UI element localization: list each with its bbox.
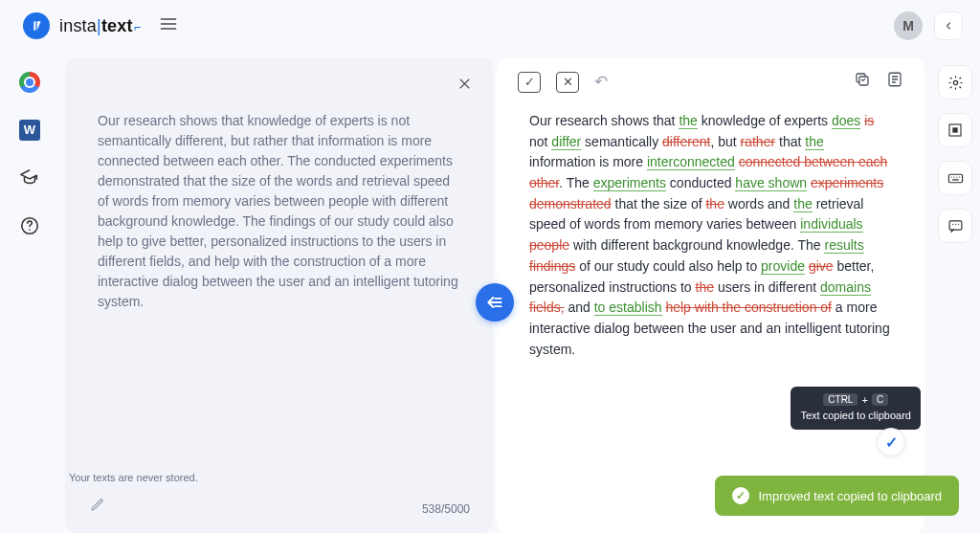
graduation-icon[interactable] — [16, 165, 43, 191]
inserted-text[interactable]: the — [679, 113, 697, 129]
svg-rect-4 — [948, 174, 962, 183]
inserted-text[interactable]: the — [805, 134, 823, 150]
copy-confirm-button[interactable]: ✓ — [877, 428, 905, 456]
inserted-text[interactable]: interconnected — [647, 154, 735, 170]
reject-all-button[interactable]: ✕ — [556, 72, 579, 93]
deleted-text[interactable]: fields, — [529, 300, 565, 315]
char-count: 538/5000 — [422, 502, 470, 516]
copy-button[interactable] — [854, 71, 871, 93]
deleted-text[interactable]: rather — [741, 134, 776, 149]
inserted-text[interactable]: results — [824, 237, 863, 254]
toast: ✓ Improved text copied to clipboard — [715, 476, 960, 516]
swap-button[interactable] — [476, 283, 514, 322]
kbd-ctrl: CTRL — [823, 393, 858, 406]
unchanged-text: users in different — [714, 279, 820, 295]
logo-insta: insta — [59, 16, 97, 35]
unchanged-text: and — [565, 300, 594, 315]
inserted-text[interactable]: domains — [820, 279, 871, 296]
logo-mark-icon — [23, 12, 50, 39]
logo[interactable]: insta|text⌐ — [23, 12, 142, 39]
inserted-text[interactable]: experiments — [593, 175, 666, 191]
inserted-text[interactable]: to establish — [594, 300, 662, 316]
deleted-text[interactable]: findings — [529, 258, 575, 274]
fullscreen-button[interactable] — [938, 113, 972, 147]
kbd-plus: + — [861, 394, 867, 406]
unchanged-text: conducted — [666, 175, 735, 190]
unchanged-text: Our research shows that — [529, 113, 679, 128]
edit-button[interactable] — [90, 497, 105, 516]
input-text[interactable]: Our research shows that knowledge of exp… — [98, 111, 460, 312]
output-toolbar: ✓ ✕ ↶ — [518, 71, 903, 93]
notes-button[interactable] — [886, 71, 903, 93]
unchanged-text: knowledge of experts — [698, 113, 832, 128]
inserted-text[interactable]: differ — [551, 134, 581, 150]
deleted-text[interactable]: the — [696, 279, 714, 295]
menu-button[interactable] — [159, 14, 178, 37]
input-panel: Our research shows that knowledge of exp… — [65, 57, 493, 533]
output-panel: ✓ ✕ ↶ Our research shows that the knowle… — [497, 57, 924, 533]
help-icon[interactable] — [16, 212, 43, 239]
deleted-text[interactable]: give — [809, 258, 834, 274]
main: Our research shows that knowledge of exp… — [59, 52, 930, 533]
copy-tooltip: CTRL + C Text copied to clipboard — [791, 387, 921, 430]
inserted-text[interactable]: have shown — [735, 175, 807, 191]
header: insta|text⌐ M — [0, 0, 980, 52]
toast-text: Improved text copied to clipboard — [759, 489, 943, 503]
deleted-text[interactable]: is — [864, 113, 874, 128]
feedback-button[interactable] — [938, 209, 972, 243]
avatar-initial: M — [902, 18, 914, 33]
inserted-text[interactable]: provide — [761, 258, 805, 275]
left-rail — [0, 52, 59, 533]
undo-button[interactable]: ↶ — [594, 72, 608, 93]
deleted-text[interactable]: different — [662, 134, 710, 149]
unchanged-text: words and — [724, 196, 793, 211]
close-input-button[interactable] — [457, 77, 472, 95]
inserted-text[interactable]: individuals — [800, 216, 862, 233]
logo-textword: text — [101, 16, 133, 35]
unchanged-text: with different background knowledge. The — [569, 237, 824, 253]
footer-note: Your texts are never stored. — [69, 472, 198, 483]
unchanged-text: , but — [710, 134, 740, 149]
chrome-icon[interactable] — [16, 69, 43, 96]
deleted-text[interactable]: people — [529, 237, 569, 253]
unchanged-text: semantically — [581, 134, 662, 149]
output-text[interactable]: Our research shows that the knowledge of… — [497, 57, 924, 398]
header-left: insta|text⌐ — [23, 12, 178, 39]
keyboard-button[interactable] — [938, 161, 972, 195]
unchanged-text: . The — [559, 175, 593, 190]
unchanged-text: information is more — [529, 154, 647, 169]
word-icon[interactable] — [16, 117, 43, 144]
accept-all-button[interactable]: ✓ — [518, 72, 541, 93]
inserted-text[interactable]: the — [793, 196, 812, 212]
kbd-c: C — [872, 393, 888, 406]
right-rail — [930, 52, 980, 533]
unchanged-text: that — [775, 134, 805, 149]
header-right: M — [894, 11, 963, 40]
svg-rect-3 — [952, 127, 957, 132]
unchanged-text: of our study could also help to — [575, 258, 761, 274]
deleted-text[interactable]: help with the construction of — [665, 300, 832, 315]
deleted-text[interactable]: the — [705, 196, 724, 211]
tooltip-text: Text copied to clipboard — [800, 410, 911, 421]
toast-check-icon: ✓ — [732, 487, 749, 504]
svg-rect-5 — [949, 220, 962, 229]
avatar[interactable]: M — [894, 11, 923, 40]
svg-point-1 — [953, 80, 957, 84]
collapse-button[interactable] — [934, 11, 963, 40]
unchanged-text: that the size of — [612, 196, 706, 211]
settings-button[interactable] — [938, 65, 972, 100]
inserted-text[interactable]: does — [832, 113, 860, 129]
unchanged-text: not — [529, 134, 551, 149]
logo-text: insta|text⌐ — [59, 16, 142, 36]
